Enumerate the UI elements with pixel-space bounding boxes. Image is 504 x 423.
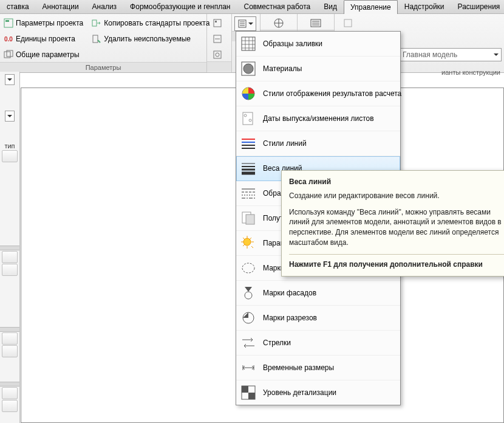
menu-temporary-dimensions-label: Временные размеры bbox=[263, 363, 334, 372]
project-parameters-button[interactable]: Параметры проекта bbox=[2, 16, 84, 30]
transfer-standards-button[interactable]: Копировать стандарты проекта bbox=[90, 16, 211, 30]
menu-sheet-issues-label: Даты выпуска/изменения листов bbox=[263, 114, 374, 123]
project-parameters-icon bbox=[4, 18, 13, 28]
model-select-value: Главная модель bbox=[403, 50, 457, 59]
project-units-button[interactable]: 0.0 Единицы проекта bbox=[2, 32, 84, 46]
left-panel-dropdown-2[interactable] bbox=[5, 111, 15, 122]
left-panel-field-1[interactable] bbox=[2, 150, 18, 162]
lineweights-icon bbox=[240, 160, 257, 177]
design-options-icon[interactable] bbox=[308, 16, 324, 30]
purge-unused-icon bbox=[92, 34, 101, 44]
menu-analysis-display-styles-label: Стили отображения результатов расчета bbox=[263, 89, 401, 98]
left-panel-field-6[interactable] bbox=[2, 387, 18, 399]
menu-elevation-tags-label: Марки фасадов bbox=[263, 289, 316, 297]
svg-rect-32 bbox=[248, 393, 255, 399]
tooltip-help: Нажмите F1 для получения дополнительной … bbox=[289, 260, 504, 270]
sun-icon bbox=[240, 235, 257, 252]
menu-line-styles-label: Стили линий bbox=[263, 139, 307, 148]
menu-arrowheads[interactable]: Стрелки bbox=[236, 331, 400, 356]
transfer-standards-icon bbox=[92, 18, 101, 28]
tooltip-title: Веса линий bbox=[289, 177, 504, 187]
panel-resize-3[interactable] bbox=[0, 382, 19, 387]
project-units-label: Единицы проекта bbox=[16, 35, 75, 43]
svg-rect-15 bbox=[344, 19, 352, 27]
hatch-icon bbox=[240, 35, 257, 52]
extra-icon-1[interactable] bbox=[340, 16, 356, 30]
tooltip: Веса линий Создание или редактирование в… bbox=[281, 170, 504, 277]
menu-detail-level[interactable]: Уровень детализации bbox=[236, 380, 400, 405]
left-panel-field-3[interactable] bbox=[2, 264, 18, 276]
linepatterns-icon bbox=[240, 185, 257, 202]
svg-point-28 bbox=[245, 292, 252, 299]
menu-analysis-display-styles[interactable]: Стили отображения результатов расчета bbox=[236, 81, 400, 106]
tab-view[interactable]: Вид bbox=[317, 0, 344, 13]
left-panel-field-4[interactable] bbox=[2, 332, 18, 345]
svg-rect-6 bbox=[93, 35, 98, 43]
menu-temporary-dimensions[interactable]: Временные размеры bbox=[236, 356, 400, 380]
menu-section-tags[interactable]: Марки разрезов bbox=[236, 306, 400, 331]
section-icon bbox=[240, 309, 257, 326]
menu-elevation-tags[interactable]: Марки фасадов bbox=[236, 281, 400, 306]
design-options-label: ианты конструкции bbox=[441, 69, 500, 76]
purge-unused-label: Удалить неиспользуемые bbox=[104, 35, 191, 43]
menu-detail-level-label: Уровень детализации bbox=[263, 388, 336, 397]
additional-settings-dropdown[interactable] bbox=[234, 16, 256, 31]
left-panel-field-5[interactable] bbox=[2, 345, 18, 357]
left-panel-field-2[interactable] bbox=[2, 251, 18, 263]
transfer-standards-label: Копировать стандарты проекта bbox=[104, 19, 209, 27]
menu-arrowheads-label: Стрелки bbox=[263, 339, 291, 347]
menu-fill-patterns-label: Образцы заливки bbox=[263, 40, 322, 48]
left-panel-dropdown-1[interactable] bbox=[5, 74, 15, 85]
callout-icon bbox=[240, 260, 257, 277]
tab-extensions[interactable]: Расширения bbox=[451, 0, 504, 13]
shared-parameters-button[interactable]: Общие параметры bbox=[2, 48, 84, 61]
svg-point-11 bbox=[216, 53, 219, 57]
tooltip-body: Используя команду "Веса линий", можно уп… bbox=[289, 207, 504, 248]
tab-addins[interactable]: Надстройки bbox=[398, 0, 451, 13]
tempdim-icon bbox=[240, 359, 257, 376]
shared-parameters-icon bbox=[4, 50, 13, 60]
svg-rect-5 bbox=[92, 20, 97, 26]
settings-icon-2[interactable] bbox=[209, 32, 225, 46]
detail-icon bbox=[240, 384, 257, 401]
location-icon[interactable] bbox=[271, 16, 287, 30]
panel-resize-2[interactable] bbox=[0, 327, 19, 332]
svg-rect-31 bbox=[242, 386, 248, 393]
tab-analysis[interactable]: Анализ bbox=[86, 0, 124, 13]
project-units-icon: 0.0 bbox=[4, 34, 13, 44]
ribbon-group-parameters-label: Параметры bbox=[0, 62, 206, 72]
model-select[interactable]: Главная модель bbox=[400, 48, 502, 61]
project-parameters-label: Параметры проекта bbox=[16, 19, 83, 27]
ribbon-group-parameters: Параметры проекта 0.0 Единицы проекта Об… bbox=[0, 14, 207, 72]
menu-line-styles[interactable]: Стили линий bbox=[236, 131, 400, 156]
tooltip-divider bbox=[289, 254, 504, 255]
settings-icon-3[interactable] bbox=[209, 48, 225, 61]
settings-icon-1[interactable] bbox=[209, 16, 225, 30]
svg-rect-10 bbox=[214, 51, 221, 58]
arrows-icon bbox=[240, 334, 257, 351]
tab-annotations[interactable]: Аннотации bbox=[36, 0, 86, 13]
linestyles-icon bbox=[240, 135, 257, 152]
svg-point-19 bbox=[243, 64, 253, 74]
sheet-icon bbox=[240, 110, 257, 127]
svg-rect-1 bbox=[5, 20, 9, 22]
svg-rect-25 bbox=[246, 215, 254, 224]
panel-resize-1[interactable] bbox=[0, 246, 19, 250]
chevron-down-icon bbox=[7, 115, 12, 117]
tab-collaborate[interactable]: Совместная работа bbox=[237, 0, 317, 13]
menu-materials[interactable]: Материалы bbox=[236, 57, 400, 81]
menu-sheet-issues[interactable]: Даты выпуска/изменения листов bbox=[236, 106, 400, 131]
left-panel-field-7[interactable] bbox=[2, 400, 18, 412]
material-icon bbox=[240, 60, 257, 77]
tab-manage[interactable]: Управление bbox=[344, 0, 398, 14]
svg-rect-17 bbox=[242, 37, 255, 50]
chevron-down-icon bbox=[248, 22, 253, 25]
chevron-down-icon bbox=[7, 78, 12, 81]
ribbon-tabs: ставка Аннотации Анализ Формообразующие … bbox=[0, 0, 504, 14]
tab-massing[interactable]: Формообразующие и генплан bbox=[123, 0, 237, 13]
left-panel: тип bbox=[0, 72, 20, 423]
svg-text:0.0: 0.0 bbox=[4, 36, 13, 43]
menu-fill-patterns[interactable]: Образцы заливки bbox=[236, 32, 400, 57]
purge-unused-button[interactable]: Удалить неиспользуемые bbox=[90, 32, 211, 46]
tab-insert[interactable]: ставка bbox=[0, 0, 36, 13]
